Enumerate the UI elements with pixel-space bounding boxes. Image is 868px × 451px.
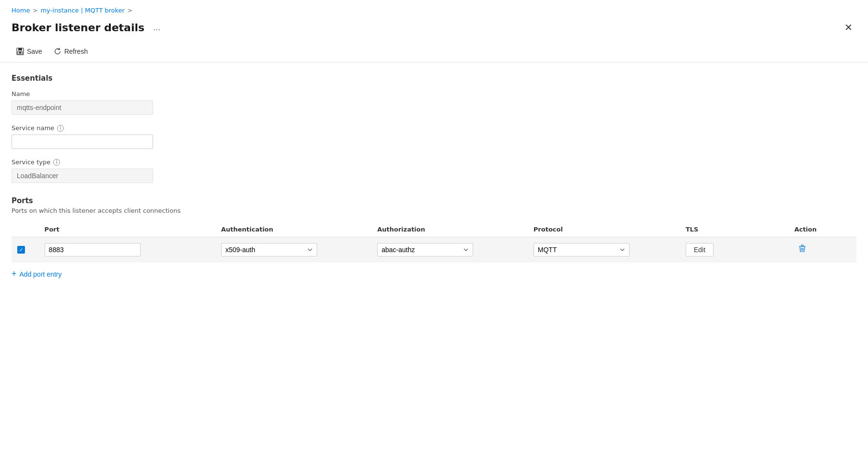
authorization-select[interactable]: abac-authznone (377, 243, 473, 256)
add-port-icon: + (12, 269, 17, 279)
service-type-input (12, 169, 153, 183)
panel-title-text: Broker listener details (12, 22, 144, 34)
save-button[interactable]: Save (12, 45, 47, 58)
col-proto-header: Protocol (528, 222, 680, 237)
breadcrumb-instance[interactable]: my-instance | MQTT broker (40, 7, 124, 14)
close-button[interactable]: ✕ (841, 20, 856, 35)
refresh-icon (54, 48, 61, 55)
service-name-info-icon: i (57, 125, 64, 132)
service-type-label: Service type i (12, 158, 856, 166)
row-checkbox[interactable] (17, 246, 25, 254)
authentication-select[interactable]: x509-authnone (221, 243, 317, 256)
service-name-field-group: Service name i (12, 124, 856, 149)
content-area: Essentials Name Service name i Service t… (0, 62, 868, 295)
refresh-label: Refresh (64, 48, 88, 55)
col-auth-header: Authentication (215, 222, 372, 237)
panel-title-group: Broker listener details ... (12, 22, 163, 34)
ports-section-title: Ports (12, 196, 856, 205)
add-port-button[interactable]: + Add port entry (12, 264, 61, 284)
name-input (12, 100, 153, 115)
svg-rect-5 (801, 245, 804, 246)
name-field-group: Name (12, 90, 856, 115)
svg-rect-1 (18, 48, 22, 50)
table-row: x509-authnoneabac-authznoneMQTTMQTTSEdit (12, 237, 856, 262)
panel-header: Broker listener details ... ✕ (0, 18, 868, 41)
col-authz-header: Authorization (371, 222, 528, 237)
port-input[interactable] (45, 243, 141, 256)
name-label: Name (12, 90, 856, 98)
essentials-section-title: Essentials (12, 74, 856, 83)
ports-table: Port Authentication Authorization Protoc… (12, 222, 856, 262)
service-name-input[interactable] (12, 134, 153, 149)
col-port-header: Port (39, 222, 215, 237)
breadcrumb-sep2: > (128, 7, 132, 14)
service-name-label: Service name i (12, 124, 856, 132)
ellipsis-button[interactable]: ... (150, 22, 163, 34)
refresh-button[interactable]: Refresh (49, 45, 93, 58)
col-tls-header: TLS (680, 222, 788, 237)
delete-row-button[interactable] (794, 242, 810, 257)
col-checkbox (12, 222, 39, 237)
ports-section: Ports Ports on which this listener accep… (12, 196, 856, 284)
col-action-header: Action (788, 222, 856, 237)
breadcrumb-home[interactable]: Home (12, 7, 30, 14)
close-icon: ✕ (844, 22, 853, 33)
service-type-info-icon: i (53, 159, 60, 166)
tls-edit-button[interactable]: Edit (686, 243, 713, 256)
ports-table-header-row: Port Authentication Authorization Protoc… (12, 222, 856, 237)
save-label: Save (27, 48, 42, 55)
breadcrumb: Home > my-instance | MQTT broker > (0, 0, 868, 18)
service-type-field-group: Service type i (12, 158, 856, 183)
save-icon (16, 48, 24, 55)
toolbar: Save Refresh (0, 41, 868, 62)
svg-rect-3 (19, 52, 22, 54)
broker-listener-panel: Home > my-instance | MQTT broker > Broke… (0, 0, 868, 451)
protocol-select[interactable]: MQTTMQTTS (534, 243, 630, 256)
breadcrumb-sep1: > (33, 7, 37, 14)
ports-section-subtitle: Ports on which this listener accepts cli… (12, 207, 856, 214)
add-port-label: Add port entry (20, 270, 62, 278)
